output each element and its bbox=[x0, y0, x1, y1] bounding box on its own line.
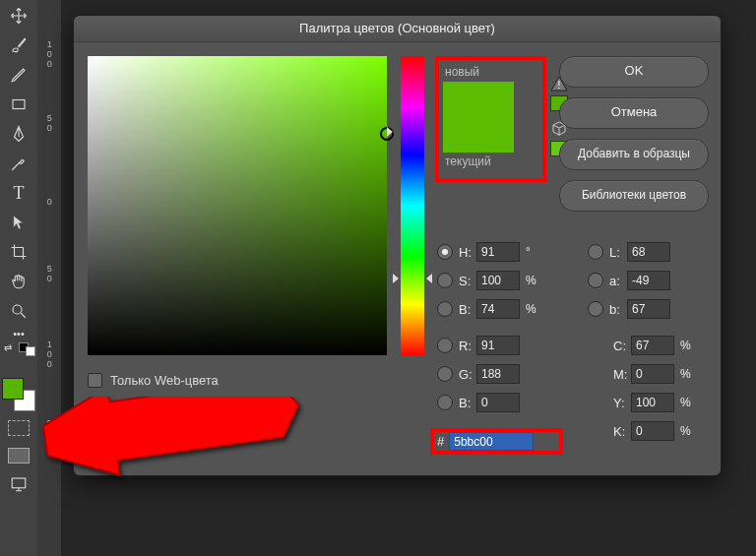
web-only-row[interactable]: Только Web-цвета bbox=[88, 373, 219, 388]
y-label: Y: bbox=[613, 396, 631, 410]
s-label: S: bbox=[459, 274, 476, 288]
a-input[interactable] bbox=[627, 271, 670, 290]
y-input[interactable] bbox=[631, 393, 674, 412]
L-radio[interactable] bbox=[588, 244, 603, 260]
L-label: L: bbox=[609, 245, 627, 260]
brush-tool[interactable] bbox=[2, 31, 35, 59]
c-label: C: bbox=[613, 339, 631, 353]
lab-b-radio[interactable] bbox=[588, 301, 603, 317]
new-label: новый bbox=[445, 65, 538, 79]
field-marker-left bbox=[387, 127, 393, 137]
hue-input[interactable] bbox=[476, 242, 520, 262]
hex-input[interactable] bbox=[449, 432, 534, 451]
move-tool[interactable] bbox=[2, 2, 35, 30]
svg-rect-0 bbox=[13, 100, 25, 109]
k-label: K: bbox=[613, 424, 631, 439]
type-tool[interactable]: T bbox=[2, 179, 35, 207]
r-radio[interactable] bbox=[437, 338, 453, 353]
toolbar: T ••• ⇄ bbox=[0, 0, 38, 556]
r-label: R: bbox=[459, 339, 476, 353]
r-input[interactable] bbox=[476, 336, 520, 355]
h-label: H: bbox=[459, 245, 476, 260]
sat-radio[interactable] bbox=[437, 273, 453, 288]
saturation-brightness-field[interactable] bbox=[88, 56, 387, 355]
pen-tool[interactable] bbox=[2, 120, 35, 148]
add-swatch-button[interactable]: Добавить в образцы bbox=[559, 139, 709, 170]
b-label: B: bbox=[459, 302, 476, 317]
a-label: a: bbox=[609, 274, 627, 288]
hex-highlight-box: # bbox=[430, 428, 563, 455]
default-swap-swatches[interactable]: ⇄ bbox=[2, 342, 35, 376]
quickmask-standard[interactable] bbox=[2, 415, 35, 441]
hue-marker-right bbox=[426, 274, 432, 283]
eyedropper-tool[interactable] bbox=[2, 150, 35, 177]
ok-button[interactable]: OK bbox=[559, 56, 709, 88]
b2-radio[interactable] bbox=[437, 395, 453, 410]
hue-marker-left bbox=[393, 274, 399, 283]
hue-radio[interactable] bbox=[437, 244, 453, 260]
k-input[interactable] bbox=[631, 421, 674, 441]
g-input[interactable] bbox=[476, 364, 520, 384]
foreground-background-swatch[interactable] bbox=[2, 378, 35, 411]
m-input[interactable] bbox=[631, 364, 674, 384]
quickmask-mask[interactable] bbox=[2, 443, 35, 468]
bri-radio[interactable] bbox=[437, 301, 453, 317]
lab-b-input[interactable] bbox=[627, 299, 670, 319]
rectangle-tool[interactable] bbox=[2, 91, 35, 118]
dialog-title: Палитра цветов (Основной цвет) bbox=[74, 16, 721, 42]
path-select-tool[interactable] bbox=[2, 209, 35, 236]
cancel-button[interactable]: Отмена bbox=[559, 97, 709, 129]
lab-b-label: b: bbox=[609, 302, 627, 317]
svg-rect-2 bbox=[12, 478, 26, 488]
b2-input[interactable] bbox=[476, 393, 520, 412]
color-picker-dialog: Палитра цветов (Основной цвет) новый тек… bbox=[73, 15, 722, 476]
hash-label: # bbox=[437, 434, 444, 449]
more-tools[interactable]: ••• bbox=[2, 327, 35, 340]
hand-tool[interactable] bbox=[2, 268, 35, 295]
L-input[interactable] bbox=[627, 242, 670, 262]
crop-tool[interactable] bbox=[2, 238, 35, 266]
foreground-swatch[interactable] bbox=[2, 378, 24, 400]
current-color-swatch[interactable] bbox=[443, 117, 514, 153]
color-libraries-button[interactable]: Библиотеки цветов bbox=[559, 180, 709, 212]
zoom-tool[interactable] bbox=[2, 297, 35, 325]
pencil-tool[interactable] bbox=[2, 61, 35, 89]
screen-mode[interactable] bbox=[2, 470, 35, 498]
vertical-ruler: 1 0 0 5 0 0 5 0 1 0 0 5 0 bbox=[37, 0, 62, 556]
web-only-label: Только Web-цвета bbox=[110, 373, 219, 388]
hue-slider[interactable] bbox=[401, 56, 424, 355]
b2-label: B: bbox=[459, 396, 476, 410]
preview-highlight-box: новый текущий bbox=[435, 56, 546, 182]
m-label: M: bbox=[613, 367, 631, 382]
c-input[interactable] bbox=[631, 336, 674, 355]
new-color-swatch bbox=[443, 82, 514, 117]
bri-input[interactable] bbox=[476, 299, 520, 319]
sat-input[interactable] bbox=[476, 271, 520, 290]
g-radio[interactable] bbox=[437, 366, 453, 382]
web-only-checkbox[interactable] bbox=[88, 373, 102, 388]
svg-point-1 bbox=[13, 305, 22, 314]
a-radio[interactable] bbox=[588, 273, 603, 288]
current-label: текущий bbox=[445, 154, 538, 168]
g-label: G: bbox=[459, 367, 476, 382]
